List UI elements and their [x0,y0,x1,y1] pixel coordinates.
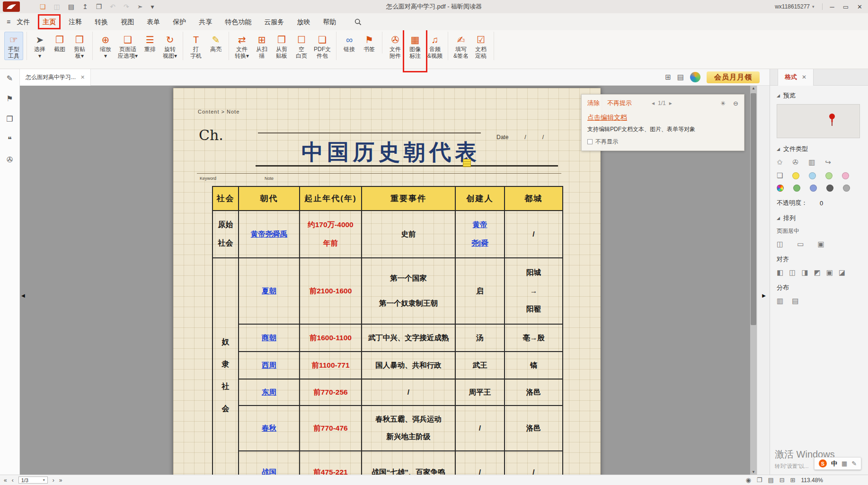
customize-toolbar-icon[interactable]: ▾ [151,3,154,10]
menu-tab-放映[interactable]: 放映 [297,17,310,26]
edit-document-link[interactable]: 点击编辑文档 [587,114,738,122]
save-icon[interactable]: ◫ [54,3,60,10]
last-page-icon[interactable]: » [59,477,62,484]
attach-annotation-icon[interactable]: ✇ [793,158,799,167]
tool-pdf-portfolio[interactable]: ❏PDF文件包 [312,32,333,60]
center-horizontal-icon[interactable]: ◫ [777,240,783,248]
menu-tab-转换[interactable]: 转换 [95,17,108,26]
keyboard-icon[interactable]: ▦ [841,460,847,467]
section-file-type[interactable]: ◢ 文件类型 [777,145,861,153]
tool-reflow[interactable]: ☰重排 [141,32,159,53]
tool-fill-sign[interactable]: ✍填写&签名 [452,32,470,60]
tool-from-scanner[interactable]: ⊞从扫描 [252,32,271,60]
menu-icon[interactable]: ≡ [7,18,10,26]
gear-icon[interactable]: ✳ [720,100,726,107]
zoom-out-icon[interactable]: ⊟ [779,476,785,484]
tool-image-annotation[interactable]: ▦图像标注 [406,32,425,60]
menu-tab-保护[interactable]: 保护 [173,17,186,26]
pen-settings-icon[interactable]: ✎ [851,460,857,467]
pager-prev-icon[interactable]: ◂ [652,100,655,106]
menu-file[interactable]: 文件 [17,17,30,26]
tool-clipboard[interactable]: ❒剪贴板▾ [70,32,89,60]
align-center-icon[interactable]: ◫ [789,268,796,277]
document-viewport[interactable]: Content > Note Ch. Date / / 中国历史朝代表 Keyw… [20,86,770,475]
align-top-icon[interactable]: ◩ [814,268,821,277]
tool-highlight[interactable]: ✎高亮 [206,32,225,53]
search-icon[interactable] [354,18,362,26]
redo-icon[interactable]: ↷ [124,3,129,10]
print-icon[interactable]: ▤ [68,3,74,10]
clear-button[interactable]: 清除 [587,99,600,107]
undo-icon[interactable]: ↶ [110,3,115,10]
align-left-icon[interactable]: ◧ [777,268,783,277]
tool-page-fit-options[interactable]: ❑页面适应选项▾ [116,32,140,60]
zoom-level[interactable]: 113.48% [801,477,823,484]
app-logo-icon[interactable] [3,1,20,12]
file-edit-icon[interactable]: ❏ [777,171,783,180]
color-swatch[interactable] [810,185,817,192]
color-swatch[interactable] [792,172,799,179]
menu-tab-表单[interactable]: 表单 [147,17,160,26]
next-page-icon[interactable]: › [53,477,54,484]
color-swatch[interactable] [825,172,833,179]
exit-annotation-icon[interactable]: ↪ [825,158,831,167]
marquee-zoom-icon[interactable]: ◉ [745,476,751,484]
maximize-button[interactable]: ▭ [843,4,849,10]
minimize-button[interactable]: ─ [830,4,834,10]
section-preview[interactable]: ◢ 预览 [777,91,861,100]
distribute-vertical-icon[interactable]: ▤ [792,297,798,305]
color-swatch[interactable] [826,185,833,192]
close-tab-icon[interactable]: ✕ [80,74,85,80]
ime-language-indicator[interactable]: 中 [831,459,837,468]
color-swatch[interactable] [793,185,800,192]
first-page-icon[interactable]: « [4,477,7,484]
tool-hand-tool[interactable]: ☞手型工具 [4,32,23,60]
attachments-panel-icon[interactable]: ✇ [7,156,13,164]
menu-tab-帮助[interactable]: 帮助 [323,17,336,26]
pages-panel-icon[interactable]: ❐ [6,115,13,123]
bookmarks-panel-icon[interactable]: ⚑ [6,95,13,103]
close-icon[interactable]: ✕ [802,74,806,80]
tool-blank-page[interactable]: ☐空白页 [292,32,311,60]
chart-annotation-icon[interactable]: ▥ [808,158,815,167]
tool-typewriter[interactable]: T打字机 [186,32,205,60]
sogou-input-icon[interactable]: S [819,459,827,467]
tool-from-clipboard[interactable]: ❒从剪贴板 [272,32,291,60]
opacity-value[interactable]: 0 [820,200,823,207]
menu-tab-特色功能[interactable]: 特色功能 [225,17,251,26]
tool-file-convert[interactable]: ⇄文件转换▾ [232,32,251,60]
scrollbar-thumb[interactable] [751,93,756,325]
vertical-scrollbar[interactable]: ▲ ▼ [750,86,757,475]
pager-next-icon[interactable]: ▸ [669,100,672,106]
sticky-note-icon[interactable] [463,159,471,167]
tool-zoom[interactable]: ⊕缩放▾ [96,32,115,60]
scroll-down-icon[interactable]: ▼ [750,470,757,474]
comments-panel-icon[interactable]: ❝ [8,136,12,143]
center-both-icon[interactable]: ▣ [817,240,824,248]
format-tab[interactable]: 格式 ✕ [778,69,814,86]
tool-rotate-view[interactable]: ↻旋转视图▾ [160,32,179,60]
menu-tab-云服务[interactable]: 云服务 [264,17,284,26]
tool-file-attachment[interactable]: ✇文件附件 [386,32,405,60]
member-badge[interactable]: 会员月月领 [707,71,760,83]
tool-select[interactable]: ➤选择▾ [30,32,49,60]
fit-width-icon[interactable]: ▤ [768,476,773,484]
scroll-up-icon[interactable]: ▲ [750,86,757,90]
color-swatch[interactable] [842,172,849,179]
document-tab[interactable]: 怎么面对高中学习... ✕ [20,69,91,86]
color-swatch[interactable] [809,172,816,179]
collapse-sidebar-icon[interactable]: ◀ [21,293,25,298]
menu-tab-视图[interactable]: 视图 [121,17,134,26]
menu-tab-注释[interactable]: 注释 [69,17,82,26]
tool-bookmark[interactable]: ⚑书签 [360,32,379,53]
user-account[interactable]: wx118615277 ▾ [775,3,814,10]
read-mode-icon[interactable]: ▤ [677,73,684,81]
thumbnail-view-icon[interactable]: ⊞ [665,73,671,81]
dont-show-checkbox[interactable] [587,139,593,144]
page-number-box[interactable]: 1/3 ▾ [18,476,48,484]
tool-audio-video[interactable]: ♫音频&视频 [425,32,444,60]
expand-panel-icon[interactable]: ▶ [762,293,766,298]
tool-snapshot[interactable]: ❐截图 [50,32,69,53]
tool-doc-finalize[interactable]: ☑文档定稿 [471,32,490,60]
menu-tab-共享[interactable]: 共享 [199,17,212,26]
